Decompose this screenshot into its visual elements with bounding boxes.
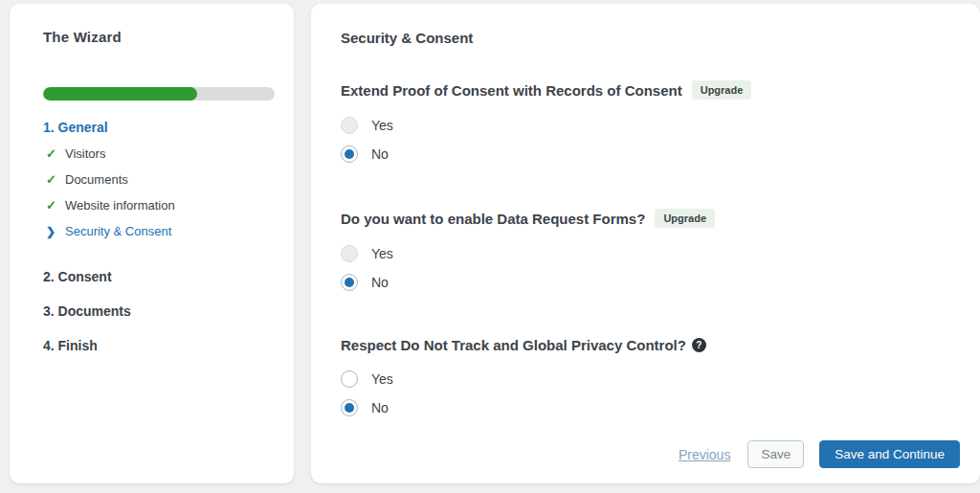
substep-label: Security & Consent — [65, 224, 171, 238]
sidebar-step-documents[interactable]: 3. Documents — [43, 303, 265, 319]
sidebar-step-finish[interactable]: 4. Finish — [43, 338, 265, 353]
progress-bar — [43, 87, 275, 101]
radio-button-icon[interactable] — [341, 117, 358, 134]
radio-button-icon[interactable] — [341, 274, 358, 291]
general-substeps: ✓ Visitors ✓ Documents ✓ Website informa… — [43, 146, 265, 250]
page-title: Security & Consent — [341, 30, 960, 46]
radio-label[interactable]: No — [371, 275, 389, 290]
radio-option-no[interactable]: No — [341, 399, 960, 416]
question-do-not-track: Respect Do Not Track and Global Privacy … — [341, 337, 960, 428]
radio-label[interactable]: Yes — [371, 371, 393, 387]
radio-button-icon[interactable] — [341, 146, 358, 163]
check-icon: ✓ — [46, 198, 65, 213]
sidebar-step-general[interactable]: 1. General — [43, 120, 265, 135]
chevron-right-icon: ❯ — [46, 225, 65, 238]
radio-option-yes[interactable]: Yes — [341, 117, 960, 134]
question-label: Respect Do Not Track and Global Privacy … — [341, 337, 686, 353]
substep-label: Visitors — [65, 146, 105, 161]
question-data-request-forms: Do you want to enable Data Request Forms… — [341, 209, 960, 303]
radio-option-yes[interactable]: Yes — [341, 245, 960, 262]
substep-label: Website information — [65, 198, 175, 213]
check-icon: ✓ — [46, 146, 65, 161]
wizard-footer: Previous Save Save and Continue — [341, 440, 960, 468]
wizard-title: The Wizard — [43, 29, 265, 45]
wizard-sidebar: The Wizard 1. General ✓ Visitors ✓ Docum… — [10, 4, 294, 483]
question-records-of-consent: Extend Proof of Consent with Records of … — [341, 80, 960, 174]
radio-button-icon[interactable] — [341, 370, 358, 388]
check-icon: ✓ — [46, 172, 65, 187]
radio-label[interactable]: No — [371, 146, 389, 162]
sidebar-step-consent[interactable]: 2. Consent — [43, 269, 265, 284]
radio-option-no[interactable]: No — [341, 274, 960, 291]
question-label: Do you want to enable Data Request Forms… — [341, 211, 645, 227]
sidebar-item-visitors[interactable]: ✓ Visitors — [43, 146, 265, 161]
sidebar-item-security-consent[interactable]: ❯ Security & Consent — [43, 224, 265, 238]
radio-button-icon[interactable] — [341, 399, 358, 416]
substep-label: Documents — [65, 172, 128, 187]
radio-option-no[interactable]: No — [341, 146, 960, 163]
radio-label[interactable]: Yes — [371, 246, 393, 261]
radio-label[interactable]: No — [371, 400, 389, 415]
progress-bar-fill — [43, 87, 197, 101]
upgrade-badge: Upgrade — [655, 209, 715, 228]
radio-option-yes[interactable]: Yes — [341, 370, 960, 388]
radio-label[interactable]: Yes — [371, 118, 393, 133]
radio-button-icon[interactable] — [341, 245, 358, 262]
save-button[interactable]: Save — [747, 440, 804, 468]
sidebar-item-documents[interactable]: ✓ Documents — [43, 172, 265, 187]
save-and-continue-button[interactable]: Save and Continue — [819, 440, 960, 468]
help-icon[interactable]: ? — [692, 338, 706, 352]
question-label: Extend Proof of Consent with Records of … — [341, 82, 682, 99]
upgrade-badge: Upgrade — [692, 80, 752, 100]
sidebar-item-website-information[interactable]: ✓ Website information — [43, 198, 265, 213]
wizard-main-panel: Security & Consent Extend Proof of Conse… — [311, 4, 980, 483]
previous-link[interactable]: Previous — [679, 447, 730, 462]
